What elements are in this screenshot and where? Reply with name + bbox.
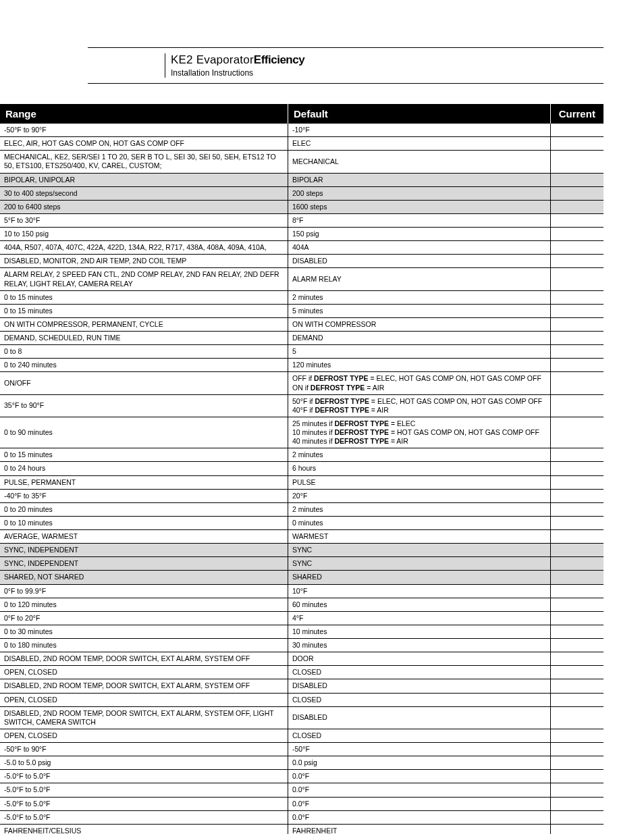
cell-default: FAHRENHEIT (288, 824, 551, 834)
cell-current[interactable] (550, 124, 603, 137)
cell-current[interactable] (550, 770, 603, 783)
cell-range: DISABLED, 2ND ROOM TEMP, DOOR SWITCH, EX… (0, 679, 288, 693)
table-row: 0 to 15 minutes5 minutes (0, 304, 603, 317)
table-row: -5.0°F to 5.0°F0.0°F (0, 810, 603, 824)
title-bold: Efficiency (254, 53, 304, 66)
cell-current[interactable] (550, 598, 603, 611)
cell-default: 20°F (288, 489, 551, 502)
cell-current[interactable] (550, 151, 603, 173)
cell-current[interactable] (550, 200, 603, 213)
cell-current[interactable] (550, 743, 603, 756)
cell-default: 0.0 psig (288, 756, 551, 770)
cell-default: ELEC (288, 137, 551, 151)
table-row: OPEN, CLOSEDCLOSED (0, 729, 603, 742)
cell-current[interactable] (550, 611, 603, 625)
cell-current[interactable] (550, 824, 603, 834)
cell-current[interactable] (550, 571, 603, 584)
cell-current[interactable] (550, 137, 603, 151)
cell-range: 35°F to 90°F (0, 394, 288, 417)
cell-current[interactable] (550, 372, 603, 394)
cell-current[interactable] (550, 268, 603, 290)
table-row: 0 to 20 minutes2 minutes (0, 502, 603, 516)
table-row: SYNC, INDEPENDENTSYNC (0, 557, 603, 571)
cell-default: MECHANICAL (288, 151, 551, 173)
cell-range: SYNC, INDEPENDENT (0, 544, 288, 557)
cell-default: DISABLED (288, 706, 551, 729)
cell-range: OPEN, CLOSED (0, 729, 288, 742)
cell-default: OFF if DEFROST TYPE = ELEC, HOT GAS COMP… (288, 372, 551, 394)
table-row: DISABLED, 2ND ROOM TEMP, DOOR SWITCH, EX… (0, 679, 603, 693)
cell-current[interactable] (550, 290, 603, 304)
table-row: OPEN, CLOSEDCLOSED (0, 693, 603, 706)
cell-default: 0.0°F (288, 770, 551, 783)
cell-current[interactable] (550, 255, 603, 268)
cell-current[interactable] (550, 544, 603, 557)
cell-current[interactable] (550, 706, 603, 729)
cell-current[interactable] (550, 394, 603, 417)
cell-current[interactable] (550, 756, 603, 770)
cell-current[interactable] (550, 516, 603, 529)
cell-range: 404A, R507, 407A, 407C, 422A, 422D, 134A… (0, 241, 288, 255)
table-row: 30 to 400 steps/second200 steps (0, 186, 603, 200)
cell-current[interactable] (550, 530, 603, 544)
cell-current[interactable] (550, 332, 603, 345)
table-row: 0 to 30 minutes10 minutes (0, 625, 603, 638)
cell-current[interactable] (550, 359, 603, 372)
cell-range: 0 to 10 minutes (0, 516, 288, 529)
cell-default: -50°F (288, 743, 551, 756)
cell-range: 30 to 400 steps/second (0, 186, 288, 200)
table-header-row: Range Default Current (0, 104, 603, 124)
cell-current[interactable] (550, 345, 603, 359)
table-row: 0 to 24 hours6 hours (0, 462, 603, 475)
cell-current[interactable] (550, 666, 603, 679)
cell-current[interactable] (550, 693, 603, 706)
cell-current[interactable] (550, 186, 603, 200)
cell-default: SHARED (288, 571, 551, 584)
cell-current[interactable] (550, 462, 603, 475)
cell-current[interactable] (550, 475, 603, 489)
cell-current[interactable] (550, 584, 603, 598)
table-row: 0 to 90 minutes25 minutes if DEFROST TYP… (0, 417, 603, 448)
table-row: ON WITH COMPRESSOR, PERMANENT, CYCLEON W… (0, 317, 603, 331)
cell-range: 5°F to 30°F (0, 213, 288, 227)
cell-default: 2 minutes (288, 290, 551, 304)
cell-current[interactable] (550, 729, 603, 742)
cell-current[interactable] (550, 241, 603, 255)
cell-current[interactable] (550, 304, 603, 317)
cell-default: DOOR (288, 652, 551, 666)
cell-current[interactable] (550, 557, 603, 571)
cell-default: 60 minutes (288, 598, 551, 611)
cell-range: MECHANICAL, KE2, SER/SEI 1 TO 20, SER B … (0, 151, 288, 173)
cell-default: ON WITH COMPRESSOR (288, 317, 551, 331)
cell-current[interactable] (550, 213, 603, 227)
cell-current[interactable] (550, 173, 603, 186)
cell-range: 0 to 15 minutes (0, 304, 288, 317)
cell-default: -10°F (288, 124, 551, 137)
cell-current[interactable] (550, 783, 603, 797)
cell-range: -5.0°F to 5.0°F (0, 783, 288, 797)
cell-range: 200 to 6400 steps (0, 200, 288, 213)
cell-current[interactable] (550, 417, 603, 448)
cell-default: DEMAND (288, 332, 551, 345)
cell-current[interactable] (550, 448, 603, 462)
cell-current[interactable] (550, 502, 603, 516)
table-row: FAHRENHEIT/CELSIUSFAHRENHEIT (0, 824, 603, 834)
rule-top (88, 47, 603, 48)
cell-range: ALARM RELAY, 2 SPEED FAN CTL, 2ND COMP R… (0, 268, 288, 290)
table-row: OPEN, CLOSEDCLOSED (0, 666, 603, 679)
cell-current[interactable] (550, 797, 603, 810)
cell-current[interactable] (550, 639, 603, 652)
cell-range: AVERAGE, WARMEST (0, 530, 288, 544)
cell-current[interactable] (550, 317, 603, 331)
table-row: 10 to 150 psig150 psig (0, 228, 603, 241)
cell-range: 0 to 15 minutes (0, 448, 288, 462)
cell-current[interactable] (550, 652, 603, 666)
cell-current[interactable] (550, 810, 603, 824)
cell-current[interactable] (550, 489, 603, 502)
cell-current[interactable] (550, 679, 603, 693)
cell-current[interactable] (550, 625, 603, 638)
cell-current[interactable] (550, 228, 603, 241)
rule-bottom (88, 83, 603, 84)
cell-default: 0.0°F (288, 797, 551, 810)
cell-range: DISABLED, 2ND ROOM TEMP, DOOR SWITCH, EX… (0, 706, 288, 729)
